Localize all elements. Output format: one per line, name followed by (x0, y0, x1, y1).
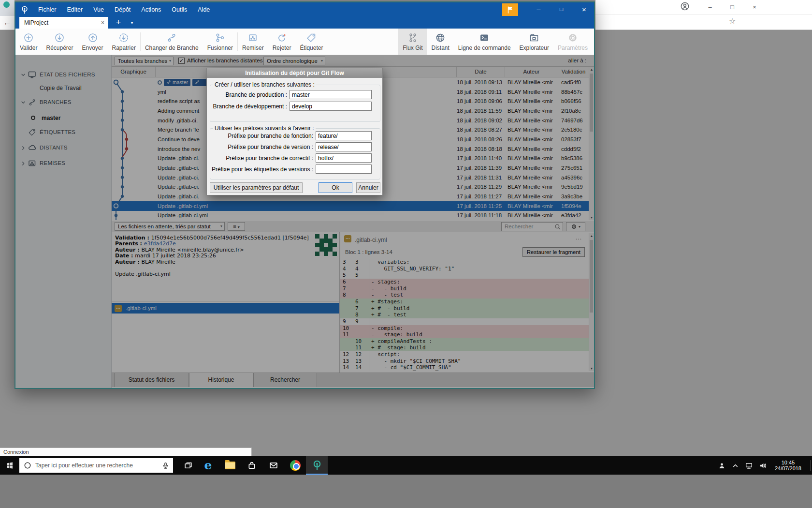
table-row[interactable]: Update .gitlab-ci.yml17 juil. 2018 11:25… (112, 201, 589, 211)
scroll-down-icon[interactable]: ▼ (589, 367, 594, 370)
sidebar-item-etiquettes[interactable]: ÉTIQUETTES (15, 128, 112, 137)
menu-item-aide[interactable]: Aide (192, 2, 215, 17)
search-input[interactable]: Rechercher (501, 222, 563, 231)
browser-maximize-button[interactable]: □ (725, 2, 740, 13)
diff-settings-button[interactable]: ▾ (566, 222, 585, 231)
toolbar-button-distant[interactable]: Distant (427, 29, 453, 55)
toolbar-button-parametres[interactable]: Paramètres (553, 29, 592, 55)
start-button[interactable] (0, 456, 19, 475)
restore-hunk-button[interactable]: Restaurer le fragment (522, 247, 585, 257)
store-icon (247, 461, 256, 470)
tab-close-icon[interactable]: × (101, 17, 104, 29)
network-icon[interactable] (745, 462, 753, 469)
store-taskbar-button[interactable] (241, 456, 262, 475)
browser-back-button[interactable]: ← (0, 16, 14, 30)
people-icon[interactable] (718, 462, 725, 469)
toolbar-button-etiqueter[interactable]: Étiqueter (295, 29, 327, 55)
sidebar-item-master[interactable]: master (15, 113, 112, 123)
menu-item-vue[interactable]: Vue (88, 2, 109, 17)
menu-item-outils[interactable]: Outils (166, 2, 192, 17)
sidebar-item-remises[interactable]: REMISES (15, 159, 112, 168)
cancel-button[interactable]: Annuler (356, 182, 380, 193)
file-list-item[interactable]: ....gitlab-ci.yml (112, 303, 339, 314)
diff-menu-button[interactable]: ... (576, 234, 582, 241)
clock[interactable]: 10:4524/07/2018 (775, 460, 801, 472)
diff-scrollbar[interactable]: ▲▼ (589, 233, 594, 371)
chevron-down-icon[interactable] (21, 100, 26, 105)
browser-close-button[interactable]: × (747, 2, 762, 13)
chevron-down-icon[interactable] (21, 73, 26, 77)
tray-expand-icon[interactable] (732, 463, 739, 469)
toolbar-button-rejeter[interactable]: Rejeter (268, 29, 296, 55)
menu-item-editer[interactable]: Editer (62, 2, 88, 17)
toolbar-button-recuperer[interactable]: Récupérer (42, 29, 77, 55)
browser-minimize-button[interactable]: – (703, 2, 717, 13)
window-maximize-button[interactable]: □ (550, 2, 573, 17)
toolbar-button-ligne-de-commande[interactable]: Ligne de commande (454, 29, 515, 55)
mail-taskbar-button[interactable] (262, 456, 284, 475)
sidebar-item-distants[interactable]: DISTANTS (15, 143, 112, 153)
menu-item-depot[interactable]: Dépôt (109, 2, 136, 17)
menu-item-fichier[interactable]: Fichier (33, 2, 62, 17)
tab-rechercher[interactable]: Rechercher (253, 373, 317, 387)
toolbar-button-remiser[interactable]: Remiser (238, 29, 268, 55)
new-tab-button[interactable]: + (112, 17, 125, 29)
branche-de-developpement-field[interactable] (290, 102, 372, 111)
window-minimize-button[interactable]: – (527, 2, 550, 17)
chevron-right-icon[interactable] (21, 161, 26, 166)
toolbar-label: Distant (431, 45, 449, 51)
scrollbar-thumb[interactable] (590, 240, 593, 313)
prefixe-pour-les-etiquettes-de-versions-field[interactable] (316, 164, 372, 174)
volume-icon[interactable] (759, 462, 767, 469)
toolbar-button-explorateur[interactable]: Explorateur (515, 29, 553, 55)
sourcetree-taskbar-button[interactable] (306, 456, 328, 475)
menu-item-actions[interactable]: Actions (136, 2, 166, 17)
toolbar-button-rapatrier[interactable]: Rapatrier (108, 29, 140, 55)
sidebar-item-etat-des-fichiers[interactable]: ÉTAT DES FICHIERS (15, 70, 112, 80)
column-header-date[interactable]: Date (457, 67, 505, 77)
browser-account-icon[interactable] (681, 2, 695, 13)
toolbar-button-changer-de-branche[interactable]: Changer de Branche (141, 29, 203, 55)
scroll-up-icon[interactable]: ▲ (589, 68, 594, 71)
toolbar-button-fusionner[interactable]: Fusionner (203, 29, 237, 55)
chevron-right-icon[interactable] (21, 146, 26, 150)
task-view-button[interactable] (179, 456, 197, 475)
toolbar-button-valider[interactable]: Valider (15, 29, 42, 55)
order-select[interactable]: Ordre chronologique▾ (263, 57, 325, 65)
tab-statut-des-fichiers[interactable]: Statut des fichiers (114, 373, 189, 387)
scroll-up-icon[interactable]: ▲ (589, 234, 594, 238)
prefixe-pour-branche-de-fonction-field[interactable] (316, 131, 372, 140)
prefixe-pour-branche-de-version-field[interactable] (316, 142, 372, 151)
ok-button[interactable]: Ok (319, 182, 352, 193)
column-header-author[interactable]: Auteur (505, 67, 558, 77)
explorer-folder-taskbar-button[interactable] (219, 456, 241, 475)
table-row[interactable]: Update .gitlab-ci.yml17 juil. 2018 11:18… (112, 210, 589, 220)
view-options-button[interactable]: ≡ ▾ (228, 222, 245, 231)
show-remote-checkbox[interactable]: ✓ (178, 58, 185, 64)
window-close-button[interactable]: × (573, 2, 595, 17)
tab-historique[interactable]: Historique (189, 373, 253, 387)
branches-filter-select[interactable]: Toutes les branches▾ (115, 57, 174, 65)
sidebar-item-copie-de-travail[interactable]: Copie de Travail (15, 83, 112, 93)
branche-de-production-field[interactable] (290, 90, 372, 99)
prefixe-pour-branche-de-correctif-field[interactable] (316, 153, 372, 163)
commit-list-scrollbar[interactable]: ▲▼ (589, 67, 594, 220)
sidebar-item-branches[interactable]: BRANCHES (15, 98, 112, 107)
chrome-taskbar-button[interactable] (284, 456, 306, 475)
edge-taskbar-button[interactable]: e (197, 456, 219, 475)
scrollbar-thumb[interactable] (590, 74, 593, 132)
scroll-down-icon[interactable]: ▼ (589, 216, 594, 219)
column-header-commit[interactable]: Validation (558, 67, 589, 77)
tab-dropdown-icon[interactable]: ▾ (128, 17, 136, 29)
taskbar-search[interactable]: Taper ici pour effectuer une recherche (19, 458, 173, 473)
repo-tab[interactable]: MiProject× (19, 17, 108, 29)
pending-files-select[interactable]: Les fichiers en attente, triés par statu… (115, 222, 225, 231)
toolbar-button-flux-git[interactable]: Flux Git (398, 29, 427, 55)
use-defaults-button[interactable]: Utiliser les paramètres par défaut (210, 182, 303, 193)
mic-icon[interactable] (162, 462, 169, 469)
show-desktop-button[interactable] (810, 460, 811, 471)
column-header-graph[interactable]: Graphique (112, 67, 156, 77)
notification-flag-button[interactable] (502, 3, 518, 16)
toolbar-button-envoyer[interactable]: Envoyer (78, 29, 108, 55)
favorites-star-icon[interactable]: ☆ (729, 16, 736, 26)
